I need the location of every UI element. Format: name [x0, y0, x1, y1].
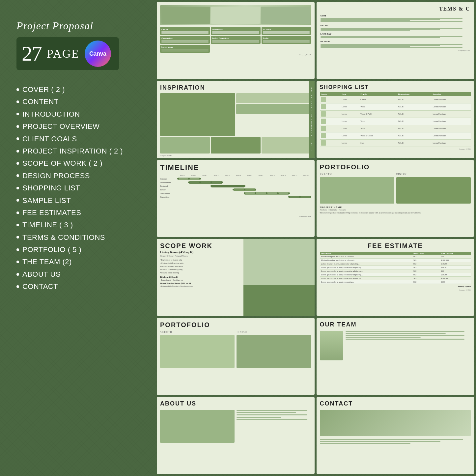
process-item: Technical	[262, 27, 311, 35]
right-panel: ConceptDevelopmentTechnicalConstructionP…	[155, 0, 476, 476]
fee-table: DescriptionHourly RatePrice EstimateMini…	[320, 252, 471, 284]
gantt-bar	[189, 181, 222, 184]
card-about: ABOUT US	[157, 397, 315, 474]
list-item-label: TERMS & CONDITIONS	[22, 231, 105, 243]
gantt-bar	[211, 185, 244, 187]
shop-item-icon	[321, 111, 326, 117]
list-item-sample-list: SAMPLE LIST	[16, 194, 138, 207]
gantt-dot	[255, 189, 256, 190]
card-timeline: TIMELINE Week 1Week 2Week 3Week 4Week 5W…	[157, 160, 315, 237]
gantt-row: Completion	[160, 196, 311, 198]
scope-style: Simply | Cosy | Natural Tones	[160, 255, 243, 257]
list-item-introduction: INTRODUCTION	[16, 108, 138, 120]
gantt-dot	[310, 196, 311, 198]
gantt-dot	[288, 196, 290, 198]
bullet-icon	[16, 113, 19, 115]
company-name-fee: Company NAME	[320, 289, 471, 291]
fee-row: asd do dolumet at amet, consectetur adip…	[320, 262, 471, 266]
list-item-content: CONTENT	[16, 96, 138, 108]
list-item-contact: CONTACT	[16, 280, 138, 293]
portfolio-finish-subtitle: FINISH	[396, 173, 471, 176]
table-row: LoremWoodW L HLorem Furniture	[320, 103, 471, 110]
list-item-fee-estimates: FEE ESTIMATES	[16, 207, 138, 219]
company-name-terms: Company NAME	[321, 50, 470, 51]
project-proposal-title: Project Proposal	[16, 20, 138, 32]
card-inspiration: INSPIRATION NATURAL | AESTHETIC | MINIMA…	[157, 81, 315, 158]
list-item-the-team: THE TEAM (2)	[16, 256, 138, 268]
shop-item-icon	[321, 140, 326, 146]
list-item-label: INTRODUCTION	[22, 108, 80, 120]
bullet-icon	[16, 224, 19, 226]
process-item: Construction	[160, 36, 210, 44]
gantt-dot	[221, 182, 223, 183]
card-contact: CONTACT	[317, 397, 474, 474]
card-shopping: SHOPPING LIST ImageItemFinishDimensionsS…	[317, 81, 474, 158]
fee-title: FEE ESTIMATE	[320, 242, 471, 250]
about-title: ABOUT US	[160, 400, 311, 407]
fee-total: Total $10,000	[320, 285, 471, 288]
list-item-label: PROJECT OVERVIEW	[22, 120, 100, 132]
gantt-dot	[210, 182, 212, 183]
bullet-icon	[16, 273, 19, 276]
list-item-label: TIMELINE ( 3 )	[22, 219, 73, 231]
bullet-icon	[16, 88, 19, 91]
card-design-process: ConceptDevelopmentTechnicalConstructionP…	[157, 2, 315, 79]
sidebar-text: NATURAL | AESTHETIC | MINIMALIST | UNIQU…	[310, 87, 313, 152]
scope-room: Living Room (450 sq.ft)	[160, 250, 243, 254]
company-name-3: Company NAME	[320, 148, 471, 150]
left-panel: Project Proposal 27 PAGE Canva COVER ( 2…	[0, 0, 155, 476]
list-item-label: CONTACT	[22, 280, 58, 293]
table-row: LoremCottonW L HLorem Furniture	[320, 96, 471, 103]
gantt-row: Technical	[160, 185, 311, 187]
list-item-label: SHOPPING LIST	[22, 182, 80, 194]
shop-item-icon	[321, 104, 326, 109]
fee-row: Lorem ipsum dolor at amet, consectetur a…	[320, 266, 471, 269]
bullet-icon	[16, 261, 19, 263]
list-item-label: THE TEAM (2)	[22, 256, 72, 268]
gantt-row: Construction	[160, 192, 311, 195]
table-row: LoremSteelW L HLorem Furniture	[320, 139, 471, 147]
portfolio2-title: PORTOFOLIO	[160, 321, 311, 329]
table-row: LoremWood & CottonW L HLorem Furniture	[320, 132, 471, 139]
list-item-label: SCOPE OF WORK ( 2 )	[22, 157, 102, 169]
list-item-label: ABOUT US	[22, 268, 61, 280]
list-item-label: FEE ESTIMATES	[22, 207, 81, 219]
process-item: Lorem ipsum	[160, 45, 210, 53]
list-item-label: CLIENT GOALS	[22, 133, 77, 145]
list-item-cover: COVER ( 2 )	[16, 83, 138, 96]
bullet-icon	[16, 137, 19, 140]
insp-img-2	[236, 93, 311, 103]
card-fee: FEE ESTIMATE DescriptionHourly RatePrice…	[317, 239, 474, 316]
list-item-client-goals: CLIENT GOALS	[16, 133, 138, 145]
team-info	[346, 331, 471, 341]
gantt-row: Concept	[160, 178, 311, 180]
fee-row: Minimal template installation at labore …	[320, 259, 471, 262]
card-portfolio2: PORTOFOLIO SKEСTH FINISH	[157, 318, 315, 395]
team-member	[320, 331, 471, 360]
team-title: OUR TEAM	[320, 321, 471, 328]
bullet-icon	[16, 125, 19, 128]
card-team: OUR TEAM	[317, 318, 474, 395]
team-photo	[320, 331, 343, 360]
list-item-timeline: TIMELINE ( 3 )	[16, 219, 138, 231]
table-row: LoremWoodW L HLorem Furniture	[320, 118, 471, 125]
gantt-dot	[244, 185, 245, 187]
inspiration-title: INSPIRATION	[160, 84, 311, 91]
scope-bullets: • Light beige L-shaped sofa• Custom-buil…	[160, 259, 243, 274]
portfolio-title: PORTOFOLIO	[320, 163, 471, 171]
page-count-box: 27 PAGE Canva	[16, 37, 119, 70]
gantt-dot	[288, 192, 290, 194]
shopping-table: ImageItemFinishDimensionsSupplierLoremCo…	[320, 92, 471, 147]
bullet-icon	[16, 248, 19, 251]
list-item-label: COVER ( 2 )	[22, 83, 65, 96]
fee-row: Minimal template installation at labore …	[320, 255, 471, 259]
portfolio-description: PROJECT NAME Aesthetic | Minimalist | Na…	[320, 206, 471, 214]
list-item-label: PROJECT INSPIRATION ( 2 )	[22, 145, 123, 157]
page-count-number: 27	[22, 43, 42, 64]
bullet-icon	[16, 100, 19, 103]
scope-title: SCOPE WORK	[160, 242, 243, 250]
bullet-icon	[16, 199, 19, 202]
fee-row: Lorem ipsum dolor at amet, consectetur..…	[320, 280, 471, 284]
gantt-weeks-row: Week 1Week 2Week 3Week 4Week 5Week 6Week…	[160, 175, 311, 176]
gantt-dot	[244, 192, 245, 194]
